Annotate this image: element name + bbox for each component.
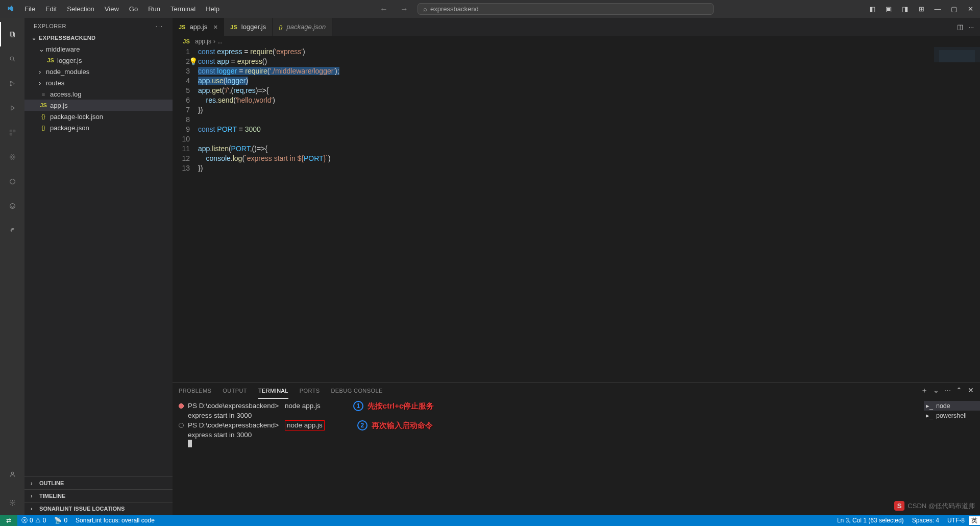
- svg-point-13: [10, 203, 15, 208]
- sidebar-section-timeline[interactable]: › TIMELINE: [24, 489, 173, 502]
- activity-debug-icon[interactable]: [0, 95, 24, 120]
- remote-indicator-icon[interactable]: ⇄: [0, 515, 17, 526]
- activity-search-icon[interactable]: [0, 46, 24, 71]
- maximize-icon[interactable]: ▢: [948, 4, 960, 15]
- tree-file-package-lock-json[interactable]: {}package-lock.json: [24, 111, 173, 122]
- svg-point-15: [11, 501, 13, 503]
- layout-custom-icon[interactable]: ⊞: [916, 4, 927, 15]
- activity-scm-icon[interactable]: [0, 71, 24, 95]
- panel-tab-output[interactable]: OUTPUT: [223, 382, 247, 399]
- activity-cloud-icon[interactable]: [0, 194, 24, 218]
- minimap[interactable]: [934, 47, 980, 382]
- menu-terminal[interactable]: Terminal: [166, 3, 200, 15]
- svg-point-9: [10, 156, 15, 158]
- status-ime[interactable]: 英: [969, 516, 980, 525]
- editor-tabs: JSapp.js×JSlogger.js{}package.json ◫ ···: [173, 18, 980, 36]
- close-panel-icon[interactable]: ✕: [968, 386, 974, 395]
- menu-help[interactable]: Help: [202, 3, 224, 15]
- terminal[interactable]: PS D:\code\expressbackend> node app.js 1…: [173, 399, 924, 515]
- tree-file-package-json[interactable]: {}package.json: [24, 122, 173, 133]
- panel-tab-ports[interactable]: PORTS: [300, 382, 320, 399]
- status-cursor-pos[interactable]: Ln 3, Col 1 (63 selected): [833, 517, 908, 524]
- maximize-panel-icon[interactable]: ⌃: [956, 386, 962, 395]
- activity-extensions-icon[interactable]: [0, 120, 24, 145]
- layout-side-right-icon[interactable]: ◨: [899, 4, 911, 15]
- file-tree: ⌄EXPRESSBACKEND ⌄middlewareJSlogger.js›n…: [24, 32, 173, 476]
- status-indent[interactable]: Spaces: 4: [908, 517, 943, 524]
- code-editor[interactable]: 12345678910111213 const express = requir…: [173, 47, 980, 382]
- layout-panel-icon[interactable]: ▣: [883, 4, 894, 15]
- terminal-icon: ▸_: [926, 412, 933, 419]
- activity-bar: [0, 18, 24, 515]
- command-search-input[interactable]: ⌕ expressbackend: [418, 3, 714, 15]
- svg-point-2: [10, 57, 14, 60]
- nav-back-icon[interactable]: ←: [377, 5, 391, 14]
- tab-more-icon[interactable]: ···: [968, 23, 974, 31]
- panel-more-icon[interactable]: ···: [944, 386, 951, 395]
- tree-folder-routes[interactable]: ›routes: [24, 77, 173, 88]
- status-dot-stopped-icon: [179, 403, 184, 409]
- titlebar: FileEditSelectionViewGoRunTerminalHelp ←…: [0, 0, 980, 18]
- status-sonarlint[interactable]: SonarLint focus: overall code: [71, 517, 159, 524]
- menu-edit[interactable]: Edit: [41, 3, 61, 15]
- svg-point-5: [13, 83, 14, 84]
- search-icon: ⌕: [423, 5, 427, 13]
- editor-group: JSapp.js×JSlogger.js{}package.json ◫ ···…: [173, 18, 980, 515]
- highlighted-command: node app.js: [285, 420, 325, 431]
- tree-file-access-log[interactable]: ≡access.log: [24, 88, 173, 100]
- close-tab-icon[interactable]: ×: [213, 23, 217, 31]
- vscode-logo-icon: [4, 3, 16, 15]
- project-root[interactable]: ⌄EXPRESSBACKEND: [24, 32, 173, 43]
- status-problems[interactable]: ⓧ 0 ⚠ 0: [17, 516, 50, 525]
- breadcrumb[interactable]: JS app.js › ...: [173, 36, 980, 47]
- menu-view[interactable]: View: [101, 3, 123, 15]
- activity-python-icon[interactable]: [0, 218, 24, 243]
- activity-react-icon[interactable]: [0, 145, 24, 169]
- tree-folder-node_modules[interactable]: ›node_modules: [24, 66, 173, 77]
- terminal-item-node[interactable]: ▸_node: [924, 401, 980, 411]
- layout-side-left-icon[interactable]: ◧: [867, 4, 878, 15]
- sidebar-more-icon[interactable]: ···: [156, 23, 163, 29]
- svg-point-12: [10, 179, 15, 184]
- svg-point-3: [10, 81, 11, 82]
- tree-folder-middleware[interactable]: ⌄middleware: [24, 43, 173, 55]
- bottom-panel: PROBLEMSOUTPUTTERMINALPORTSDEBUG CONSOLE…: [173, 382, 980, 515]
- panel-tab-problems[interactable]: PROBLEMS: [179, 382, 211, 399]
- activity-edge-icon[interactable]: [0, 169, 24, 194]
- sidebar-section-sonarlint-issue-locations[interactable]: › SONARLINT ISSUE LOCATIONS: [24, 502, 173, 515]
- activity-settings-icon[interactable]: [0, 490, 24, 515]
- nav-forward-icon[interactable]: →: [397, 5, 411, 14]
- panel-tab-debug-console[interactable]: DEBUG CONSOLE: [331, 382, 383, 399]
- menu-file[interactable]: File: [20, 3, 39, 15]
- split-editor-icon[interactable]: ◫: [957, 23, 963, 31]
- svg-rect-6: [10, 130, 12, 132]
- tab-app-js[interactable]: JSapp.js×: [173, 18, 224, 36]
- minimize-icon[interactable]: —: [932, 4, 943, 15]
- status-encoding[interactable]: UTF-8: [943, 517, 969, 524]
- menu-selection[interactable]: Selection: [63, 3, 98, 15]
- sidebar: EXPLORER ··· ⌄EXPRESSBACKEND ⌄middleware…: [24, 18, 173, 515]
- search-text: expressbackend: [430, 5, 479, 13]
- new-terminal-icon[interactable]: ＋: [921, 386, 928, 395]
- tree-file-app-js[interactable]: JSapp.js: [24, 100, 173, 111]
- terminal-item-powershell[interactable]: ▸_powershell: [924, 411, 980, 420]
- activity-account-icon[interactable]: [0, 462, 24, 486]
- menu-go[interactable]: Go: [125, 3, 142, 15]
- terminal-icon: ▸_: [926, 402, 933, 410]
- menu-run[interactable]: Run: [144, 3, 164, 15]
- tree-file-logger-js[interactable]: JSlogger.js: [24, 55, 173, 66]
- terminal-cursor-icon: [188, 440, 192, 447]
- close-window-icon[interactable]: ✕: [965, 4, 976, 15]
- svg-point-14: [11, 472, 13, 474]
- sidebar-title: EXPLORER: [34, 23, 66, 29]
- tab-package-json[interactable]: {}package.json: [273, 18, 332, 36]
- status-ports[interactable]: 📡 0: [50, 517, 71, 524]
- terminal-dropdown-icon[interactable]: ⌄: [933, 386, 939, 395]
- main-menu: FileEditSelectionViewGoRunTerminalHelp: [20, 3, 224, 15]
- panel-tab-terminal[interactable]: TERMINAL: [258, 382, 288, 399]
- svg-rect-8: [10, 133, 12, 135]
- status-dot-running-icon: [179, 423, 184, 428]
- tab-logger-js[interactable]: JSlogger.js: [224, 18, 273, 36]
- activity-explorer-icon[interactable]: [0, 22, 24, 46]
- sidebar-section-outline[interactable]: › OUTLINE: [24, 476, 173, 489]
